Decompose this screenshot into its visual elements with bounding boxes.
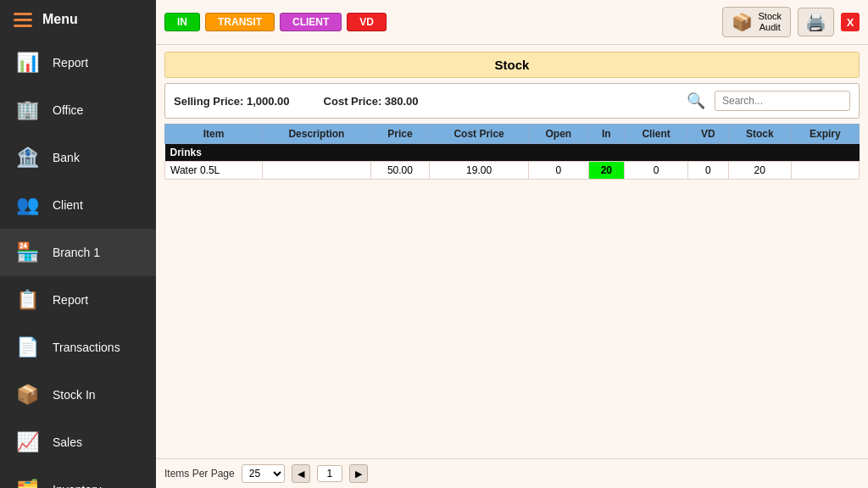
- office-icon: 🏢: [14, 97, 41, 124]
- close-button[interactable]: X: [841, 13, 860, 31]
- sidebar-item-branch1[interactable]: 🏪 Branch 1: [0, 229, 156, 276]
- sales-icon: 📈: [14, 429, 41, 456]
- status-badges: IN TRANSIT CLIENT VD: [164, 13, 387, 31]
- table-cell: Water 0.5L: [165, 162, 263, 180]
- stock-table: Item Description Price Cost Price Open I…: [164, 124, 860, 180]
- sidebar-item-client[interactable]: 👥 Client: [0, 181, 156, 229]
- content-area: Stock Selling Price: 1,000.00 Cost Price…: [156, 45, 868, 458]
- sidebar-label-office: Office: [53, 103, 83, 117]
- items-per-page-select[interactable]: 25 50 100: [242, 464, 285, 483]
- sidebar-item-report2[interactable]: 📋 Report: [0, 276, 156, 324]
- col-client: Client: [625, 125, 688, 144]
- stock-audit-label: Stock Audit: [758, 11, 782, 33]
- page-number: 1: [317, 465, 342, 482]
- col-open: Open: [529, 125, 589, 144]
- sidebar-label-branch1: Branch 1: [53, 246, 100, 259]
- branch-icon: 🏪: [14, 239, 41, 266]
- print-icon: 🖨️: [805, 12, 826, 32]
- table-cell: 19.00: [430, 162, 529, 180]
- client-icon: 👥: [14, 191, 41, 219]
- col-expiry: Expiry: [791, 125, 859, 144]
- sidebar-item-office[interactable]: 🏢 Office: [0, 86, 156, 134]
- table-cell: 0: [529, 162, 589, 180]
- price-search-bar: Selling Price: 1,000.00 Cost Price: 380.…: [164, 83, 860, 119]
- col-stock: Stock: [728, 125, 791, 144]
- inventory-icon: 🗂️: [14, 476, 41, 488]
- sidebar-item-inventory[interactable]: 🗂️ Inventory: [0, 466, 156, 488]
- sidebar-label-inventory: Inventory: [53, 483, 102, 488]
- table-container: Item Description Price Cost Price Open I…: [164, 124, 860, 452]
- category-row: Drinks: [165, 144, 860, 162]
- sidebar-item-report[interactable]: 📊 Report: [0, 39, 156, 86]
- sidebar-label-client: Client: [53, 198, 83, 212]
- hamburger-icon: [14, 13, 32, 27]
- table-cell: [791, 162, 859, 180]
- badge-client[interactable]: CLIENT: [280, 13, 342, 31]
- topbar: IN TRANSIT CLIENT VD 📦 Stock Audit 🖨️ X: [156, 0, 868, 45]
- cost-price-label: Cost Price: 380.00: [324, 95, 419, 108]
- page-next-button[interactable]: ▶: [349, 464, 368, 483]
- col-vd: VD: [687, 125, 728, 144]
- stock-audit-button[interactable]: 📦 Stock Audit: [722, 7, 791, 37]
- price-info: Selling Price: 1,000.00 Cost Price: 380.…: [174, 95, 677, 108]
- sidebar-label-report2: Report: [53, 293, 88, 307]
- report-icon: 📊: [14, 49, 41, 76]
- badge-transit[interactable]: TRANSIT: [205, 13, 275, 31]
- sidebar-item-sales[interactable]: 📈 Sales: [0, 419, 156, 466]
- col-in: In: [588, 125, 625, 144]
- badge-in[interactable]: IN: [164, 13, 200, 31]
- col-item: Item: [165, 125, 263, 144]
- table-cell: 0: [625, 162, 688, 180]
- col-description: Description: [263, 125, 371, 144]
- sidebar-header[interactable]: Menu: [0, 0, 156, 39]
- bottombar: Items Per Page 25 50 100 ◀ 1 ▶: [156, 458, 868, 488]
- badge-vd[interactable]: VD: [347, 13, 387, 31]
- table-cell: [263, 162, 371, 180]
- print-button[interactable]: 🖨️: [798, 8, 834, 36]
- col-cost-price: Cost Price: [430, 125, 529, 144]
- sidebar-label-stock-in: Stock In: [53, 388, 96, 402]
- stock-in-icon: 📦: [14, 381, 41, 408]
- bank-icon: 🏦: [14, 144, 41, 171]
- page-prev-button[interactable]: ◀: [292, 464, 310, 483]
- search-input[interactable]: [715, 91, 850, 111]
- sidebar-item-transactions[interactable]: 📄 Transactions: [0, 324, 156, 371]
- table-cell: 50.00: [370, 162, 430, 180]
- sidebar-label-sales: Sales: [53, 435, 82, 449]
- stock-audit-icon: 📦: [732, 12, 753, 32]
- sidebar-label-bank: Bank: [53, 151, 80, 164]
- table-cell: 20: [728, 162, 791, 180]
- sidebar-item-stock-in[interactable]: 📦 Stock In: [0, 371, 156, 419]
- report2-icon: 📋: [14, 286, 41, 313]
- sidebar-item-bank[interactable]: 🏦 Bank: [0, 134, 156, 181]
- stock-title: Stock: [164, 52, 860, 78]
- sidebar: Menu 📊 Report 🏢 Office 🏦 Bank 👥 Client 🏪…: [0, 0, 156, 488]
- sidebar-label-transactions: Transactions: [53, 341, 120, 354]
- col-price: Price: [370, 125, 430, 144]
- table-cell: 0: [687, 162, 728, 180]
- items-per-page-label: Items Per Page: [164, 468, 235, 480]
- main-area: IN TRANSIT CLIENT VD 📦 Stock Audit 🖨️ X …: [156, 0, 868, 488]
- search-icon-button[interactable]: 🔍: [684, 89, 708, 113]
- sidebar-menu-label: Menu: [42, 12, 78, 27]
- topbar-right: 📦 Stock Audit 🖨️ X: [722, 7, 860, 37]
- table-row[interactable]: Water 0.5L50.0019.000200020: [165, 162, 860, 180]
- table-cell: 20: [588, 162, 625, 180]
- selling-price-label: Selling Price: 1,000.00: [174, 95, 290, 108]
- transactions-icon: 📄: [14, 334, 41, 361]
- sidebar-label-report: Report: [53, 56, 88, 69]
